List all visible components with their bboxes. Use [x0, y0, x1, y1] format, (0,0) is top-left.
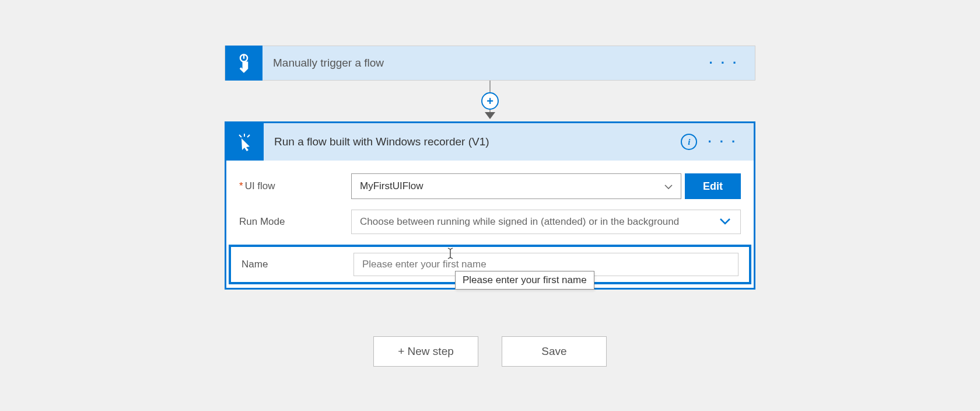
chevron-down-icon: [664, 180, 673, 192]
trigger-title: Manually trigger a flow: [262, 57, 709, 69]
flow-canvas: Manually trigger a flow · · · + Run a: [0, 0, 980, 411]
trigger-menu-icon[interactable]: · · ·: [709, 55, 755, 71]
action-header[interactable]: Run a flow built with Windows recorder (…: [226, 123, 754, 161]
connector: +: [225, 81, 755, 121]
required-asterisk: *: [239, 180, 243, 191]
manual-trigger-icon: [225, 46, 262, 81]
svg-line-2: [239, 135, 242, 137]
svg-line-4: [247, 135, 250, 137]
uiflow-label: *UI flow: [239, 180, 351, 192]
runmode-select[interactable]: Choose between running while signed in (…: [351, 210, 741, 234]
action-card: Run a flow built with Windows recorder (…: [225, 121, 755, 290]
edit-button[interactable]: Edit: [685, 173, 741, 199]
uiflow-dropdown[interactable]: MyFirstUIFlow: [351, 173, 681, 199]
new-step-button[interactable]: + New step: [373, 336, 478, 367]
uiflow-value: MyFirstUIFlow: [360, 180, 424, 192]
save-button[interactable]: Save: [502, 336, 607, 367]
arrow-down-icon: [485, 112, 495, 119]
runmode-label: Run Mode: [239, 216, 351, 228]
action-title: Run a flow built with Windows recorder (…: [264, 135, 681, 148]
windows-recorder-icon: [226, 123, 264, 161]
trigger-card[interactable]: Manually trigger a flow · · ·: [225, 46, 755, 81]
runmode-placeholder: Choose between running while signed in (…: [360, 216, 679, 228]
name-label: Name: [242, 259, 354, 270]
tooltip: Please enter your first name: [455, 271, 594, 290]
add-step-button[interactable]: +: [481, 92, 499, 110]
chevron-down-icon: [719, 216, 731, 228]
info-icon[interactable]: i: [681, 134, 697, 150]
action-menu-icon[interactable]: · · ·: [708, 134, 754, 149]
